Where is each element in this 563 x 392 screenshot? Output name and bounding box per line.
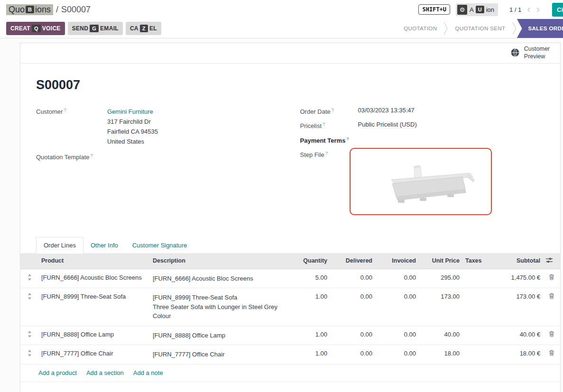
chevron-left-icon[interactable]: ‹ — [527, 4, 530, 15]
payment-terms-label: Payment Terms? — [300, 136, 358, 144]
help-icon: ? — [332, 107, 334, 112]
drag-handle-icon[interactable] — [20, 288, 38, 326]
hint-badge-u: U — [476, 6, 484, 13]
quotation-template-label: Quotation Template? — [36, 152, 107, 161]
cell-delivered[interactable]: 0.00 — [330, 326, 375, 345]
trash-icon[interactable] — [543, 269, 560, 288]
trash-icon[interactable] — [543, 326, 560, 345]
table-row[interactable]: [FURN_6666] Acoustic Bloc Screens [FURN_… — [20, 269, 560, 288]
breadcrumb-quotations[interactable]: Quo B ions — [6, 4, 53, 15]
breadcrumb-current: S00007 — [61, 5, 91, 15]
chevron-right-icon[interactable]: › — [536, 4, 540, 15]
cell-delivered[interactable]: 0.00 — [330, 269, 375, 288]
cell-delivered[interactable]: 0.00 — [330, 345, 375, 365]
optional-columns-icon[interactable] — [543, 253, 560, 269]
add-a-section-link[interactable]: Add a section — [86, 369, 124, 376]
field-pricelist: Pricelist? Public Pricelist (USD) — [300, 121, 547, 129]
top-right-button[interactable]: Ci — [552, 3, 563, 17]
cell-description[interactable]: [FURN_8999] Three-Seat Sofa Three Seater… — [150, 288, 290, 326]
cell-product[interactable]: [FURN_7777] Office Chair — [38, 345, 150, 365]
col-quantity[interactable]: Quantity — [290, 253, 330, 269]
trash-icon[interactable] — [543, 345, 560, 365]
status-quotation-sent[interactable]: QUOTATION SENT — [448, 19, 512, 38]
cell-subtotal: 1,475.00 € — [491, 269, 543, 288]
cancel-button[interactable]: CA Z EL — [126, 22, 161, 35]
cell-invoiced[interactable]: 0.00 — [375, 269, 419, 288]
field-order-date: Order Date? 03/03/2023 13:35:47 — [300, 107, 547, 115]
drag-handle-icon[interactable] — [20, 345, 38, 365]
status-separator-icon — [512, 19, 517, 38]
breadcrumb-separator: / — [56, 5, 58, 15]
col-invoiced[interactable]: Invoiced — [375, 253, 419, 269]
cell-unit-price[interactable]: 40.00 — [419, 326, 462, 345]
customer-preview-link[interactable]: Customer Preview — [524, 46, 550, 60]
cell-unit-price[interactable]: 18.00 — [419, 345, 462, 365]
cell-unit-price[interactable]: 173.00 — [419, 288, 462, 326]
tab-customer-signature[interactable]: Customer Signature — [125, 237, 194, 253]
pager-count: 1 / 1 — [509, 6, 521, 13]
breadcrumb: Quo B ions / S00007 — [6, 4, 91, 15]
col-product[interactable]: Product — [38, 253, 150, 269]
create-invoice-suffix: VOICE — [42, 25, 61, 32]
col-description[interactable]: Description — [150, 253, 290, 269]
create-invoice-button[interactable]: CREAT Q VOICE — [6, 22, 65, 35]
table-row[interactable]: [FURN_8888] Office Lamp [FURN_8888] Offi… — [20, 326, 560, 345]
cell-unit-price[interactable]: 295.00 — [419, 269, 462, 288]
col-delivered[interactable]: Delivered — [330, 253, 375, 269]
notebook-tabs: Order Lines Other Info Customer Signatur… — [20, 237, 560, 253]
col-unit-price[interactable]: Unit Price — [419, 253, 462, 269]
trash-icon[interactable] — [543, 288, 560, 326]
drag-handle-icon[interactable] — [20, 269, 38, 288]
cell-taxes[interactable] — [462, 269, 491, 288]
sheet-body: S00007 Customer? Gemini Furniture 317 Fa… — [20, 64, 560, 221]
customer-link[interactable]: Gemini Furniture — [107, 108, 153, 115]
drag-handle-icon[interactable] — [20, 326, 38, 345]
cell-quantity[interactable]: 1.00 — [290, 288, 330, 326]
hint-badge-b: B — [26, 6, 34, 13]
status-quotation[interactable]: QUOTATION — [397, 19, 443, 38]
handle-column-header — [20, 253, 38, 269]
cell-quantity[interactable]: 1.00 — [290, 345, 330, 365]
customer-address-line: 317 Fairchild Dr — [107, 117, 158, 127]
content-area: Customer Preview S00007 Customer? Gemini… — [0, 38, 563, 392]
cell-description[interactable]: [FURN_6666] Acoustic Bloc Screens — [150, 269, 290, 288]
status-sales-order[interactable]: SALES ORDER — [517, 19, 563, 38]
sales-order-sheet: Customer Preview S00007 Customer? Gemini… — [20, 43, 561, 392]
step-file-label-text: Step File — [300, 151, 324, 158]
tab-order-lines[interactable]: Order Lines — [36, 237, 83, 254]
cell-description[interactable]: [FURN_7777] Office Chair — [150, 345, 290, 365]
col-taxes[interactable]: Taxes — [462, 253, 491, 269]
add-a-product-link[interactable]: Add a product — [38, 369, 77, 376]
gear-icon: ⚙ — [457, 5, 467, 15]
field-step-file: Step File? — [300, 150, 547, 215]
action-menu-button[interactable]: ⚙ A U ion — [456, 3, 498, 16]
field-quotation-template: Quotation Template? — [36, 152, 283, 161]
cell-subtotal: 18.00 € — [491, 345, 543, 365]
cell-delivered[interactable]: 0.00 — [330, 288, 375, 326]
order-lines-table: Product Description Quantity Delivered I… — [20, 253, 560, 365]
cell-taxes[interactable] — [462, 288, 491, 326]
order-date-value[interactable]: 03/03/2023 13:35:47 — [358, 107, 415, 114]
tab-other-info[interactable]: Other Info — [83, 237, 125, 253]
col-subtotal[interactable]: Subtotal — [491, 253, 543, 269]
cell-quantity[interactable]: 1.00 — [290, 326, 330, 345]
step-file-widget[interactable] — [350, 148, 492, 215]
send-email-button[interactable]: SEND G EMAIL — [68, 22, 123, 35]
cell-quantity[interactable]: 5.00 — [290, 269, 330, 288]
cell-taxes[interactable] — [462, 326, 491, 345]
cell-invoiced[interactable]: 0.00 — [375, 288, 419, 326]
customer-label-text: Customer — [36, 108, 63, 115]
top-navbar: Quo B ions / S00007 SHIFT+U ⚙ A U ion 1 … — [0, 0, 563, 19]
add-a-note-link[interactable]: Add a note — [133, 369, 163, 376]
cell-taxes[interactable] — [462, 345, 491, 365]
table-row[interactable]: [FURN_7777] Office Chair [FURN_7777] Off… — [20, 345, 560, 365]
cell-product[interactable]: [FURN_6666] Acoustic Bloc Screens — [38, 269, 150, 288]
table-row[interactable]: [FURN_8999] Three-Seat Sofa [FURN_8999] … — [20, 288, 560, 326]
cell-product[interactable]: [FURN_8888] Office Lamp — [38, 326, 150, 345]
cell-invoiced[interactable]: 0.00 — [375, 326, 419, 345]
cell-product[interactable]: [FURN_8999] Three-Seat Sofa — [38, 288, 150, 326]
breadcrumb-parent-prefix: Quo — [9, 5, 25, 15]
pricelist-value[interactable]: Public Pricelist (USD) — [358, 121, 417, 128]
cell-description[interactable]: [FURN_8888] Office Lamp — [150, 326, 290, 345]
cell-invoiced[interactable]: 0.00 — [375, 345, 419, 365]
